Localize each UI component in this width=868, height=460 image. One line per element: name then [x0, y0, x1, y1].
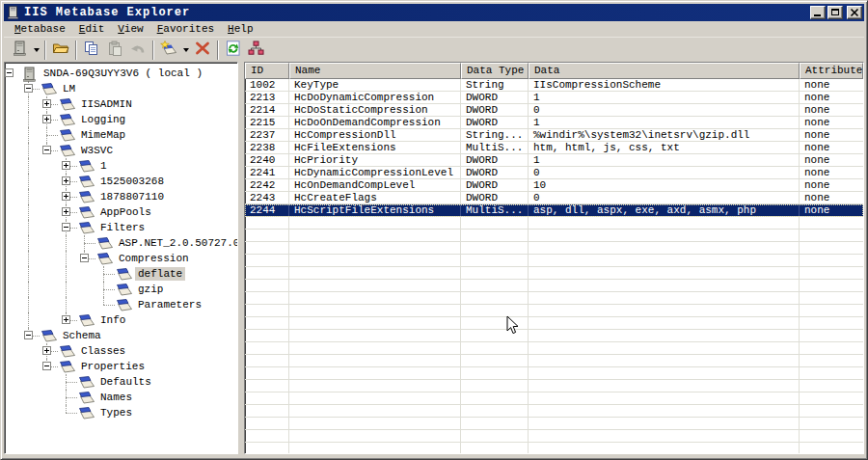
column-header-name[interactable]: Name: [289, 63, 461, 79]
tree-node-types[interactable]: Types: [5, 405, 237, 420]
tree-node-names[interactable]: Names: [5, 390, 237, 405]
tree-node-asp-net-2-0-50727-0[interactable]: ASP.NET_2.0.50727.0: [5, 235, 237, 251]
tree-node-apppools[interactable]: AppPools: [5, 204, 237, 220]
connect-computer-button-dropdown[interactable]: [31, 40, 41, 61]
property-row-1002[interactable]: 1002KeyTypeStringIIsCompressionSchemenon…: [245, 79, 863, 92]
new-key-button[interactable]: [157, 40, 180, 61]
tree-node-label[interactable]: Schema: [60, 329, 104, 342]
tree-node-label[interactable]: Properties: [78, 360, 148, 373]
tree-node-iisadmin[interactable]: IISADMIN: [5, 96, 237, 112]
tree-node-label[interactable]: 1878807110: [97, 190, 167, 203]
expand-plus-box[interactable]: [62, 315, 70, 324]
tree-node-label[interactable]: IISADMIN: [78, 97, 135, 111]
tree-node-1525003268[interactable]: 1525003268: [5, 174, 237, 189]
tree-node-label[interactable]: W3SVC: [78, 144, 116, 157]
view-hierarchy-button[interactable]: [245, 40, 268, 61]
expand-plus-box[interactable]: [42, 115, 51, 123]
close-button[interactable]: [847, 6, 862, 19]
minimize-button[interactable]: [810, 6, 826, 19]
column-header-id[interactable]: ID: [245, 63, 289, 79]
tree-node-label[interactable]: Filters: [97, 221, 148, 234]
collapse-minus-box[interactable]: [42, 146, 51, 154]
collapse-minus-box[interactable]: [62, 223, 70, 231]
delete-button[interactable]: [191, 40, 214, 61]
tree-node-label[interactable]: Types: [97, 406, 135, 419]
tree-node-snda-69q3uyy3v6-local[interactable]: SNDA-69Q3UYY3V6 ( local ): [5, 66, 237, 81]
menu-edit[interactable]: Edit: [74, 22, 109, 36]
tree-node-label[interactable]: Defaults: [97, 375, 154, 389]
expand-plus-box[interactable]: [42, 346, 51, 355]
maximize-button[interactable]: [827, 6, 843, 19]
collapse-minus-box[interactable]: [24, 331, 33, 339]
property-row-2243[interactable]: 2243HcCreateFlagsDWORD0none: [245, 192, 863, 204]
property-row-2241[interactable]: 2241HcDynamicCompressionLevelDWORD0none: [245, 167, 863, 179]
property-row-2213[interactable]: 2213HcDoDynamicCompressionDWORD1none: [245, 92, 863, 104]
tree-node-label[interactable]: MimeMap: [78, 128, 128, 142]
tree-node-label[interactable]: LM: [60, 82, 78, 95]
property-row-2237[interactable]: 2237HcCompressionDllString...%windir%\sy…: [245, 129, 863, 142]
tree-node-classes[interactable]: Classes: [5, 343, 237, 359]
tree-node-label[interactable]: Info: [97, 313, 128, 327]
tree-node-schema[interactable]: Schema: [5, 328, 237, 343]
property-row-2215[interactable]: 2215HcDoOnDemandCompressionDWORD1none: [245, 117, 863, 129]
property-row-2242[interactable]: 2242HcOnDemandCompLevelDWORD10none: [245, 179, 863, 192]
expand-plus-box[interactable]: [62, 176, 70, 185]
collapse-minus-box[interactable]: [42, 362, 51, 370]
tree-node-parameters[interactable]: Parameters: [5, 297, 237, 312]
open-button[interactable]: [49, 40, 72, 61]
tree-node-label[interactable]: Compression: [116, 252, 192, 265]
tree-node-1[interactable]: 1: [5, 158, 237, 174]
property-row-2240[interactable]: 2240HcPriorityDWORD1none: [245, 154, 863, 167]
menu-metabase[interactable]: Metabase: [10, 22, 70, 36]
empty-cell: [289, 267, 461, 279]
tree-node-label[interactable]: gzip: [135, 283, 166, 296]
menu-favorites[interactable]: Favorites: [152, 22, 219, 36]
property-row-2214[interactable]: 2214HcDoStaticCompressionDWORD0none: [245, 104, 863, 117]
expand-plus-box[interactable]: [62, 207, 70, 216]
tree-node-w3svc[interactable]: W3SVC: [5, 143, 237, 158]
key-icon: [59, 128, 76, 142]
tree-node-logging[interactable]: Logging: [5, 112, 237, 127]
empty-cell: [245, 418, 289, 429]
column-header-data[interactable]: Data: [529, 63, 800, 79]
tree-node-label[interactable]: deflate: [135, 267, 185, 281]
tree-node-lm[interactable]: LM: [5, 81, 237, 96]
tree-node-label[interactable]: Classes: [78, 344, 128, 358]
tree-node-label[interactable]: 1: [97, 159, 110, 173]
collapse-minus-box[interactable]: [5, 68, 14, 77]
tree-node-info[interactable]: Info: [5, 312, 237, 328]
new-key-button-dropdown[interactable]: [180, 40, 191, 61]
tree-node-label[interactable]: ASP.NET_2.0.50727.0: [116, 236, 238, 250]
tree-node-defaults[interactable]: Defaults: [5, 374, 237, 390]
menu-view[interactable]: View: [113, 22, 148, 36]
tree-node-label[interactable]: Names: [97, 391, 135, 404]
tree-node-label[interactable]: SNDA-69Q3UYY3V6 ( local ): [41, 67, 205, 80]
cell-data: 1: [529, 92, 800, 103]
collapse-minus-box[interactable]: [24, 84, 33, 93]
expand-plus-box[interactable]: [62, 161, 70, 170]
tree-node-label[interactable]: Logging: [78, 113, 128, 126]
column-header-attributes[interactable]: Attributes: [800, 63, 863, 79]
empty-cell: [529, 392, 800, 404]
property-row-2238[interactable]: 2238HcFileExtensionsMultiS...htm, html, …: [245, 142, 863, 154]
tree-node-gzip[interactable]: gzip: [5, 282, 237, 297]
tree-node-properties[interactable]: Properties: [5, 359, 237, 374]
connect-computer-button[interactable]: [8, 40, 31, 61]
tree-node-deflate[interactable]: deflate: [5, 266, 237, 282]
collapse-minus-box[interactable]: [80, 254, 89, 262]
expand-plus-box[interactable]: [62, 192, 70, 201]
tree-node-label[interactable]: 1525003268: [97, 175, 167, 188]
tree-node-compression[interactable]: Compression: [5, 251, 237, 266]
tree-node-label[interactable]: Parameters: [135, 298, 204, 311]
expand-plus-box[interactable]: [42, 99, 51, 108]
tree-node-filters[interactable]: Filters: [5, 220, 237, 235]
copy-button[interactable]: [80, 40, 103, 61]
property-row-2244[interactable]: 2244HcScriptFileExtensionsMultiS...asp, …: [245, 204, 863, 217]
tree-node-label[interactable]: AppPools: [97, 205, 154, 219]
column-header-data-type[interactable]: Data Type: [461, 63, 529, 79]
menu-help[interactable]: Help: [223, 22, 258, 36]
tree-node-1878807110[interactable]: 1878807110: [5, 189, 237, 204]
tree-node-mimemap[interactable]: MimeMap: [5, 127, 237, 143]
refresh-button[interactable]: [222, 40, 245, 61]
tree-guide-line: [103, 297, 104, 305]
